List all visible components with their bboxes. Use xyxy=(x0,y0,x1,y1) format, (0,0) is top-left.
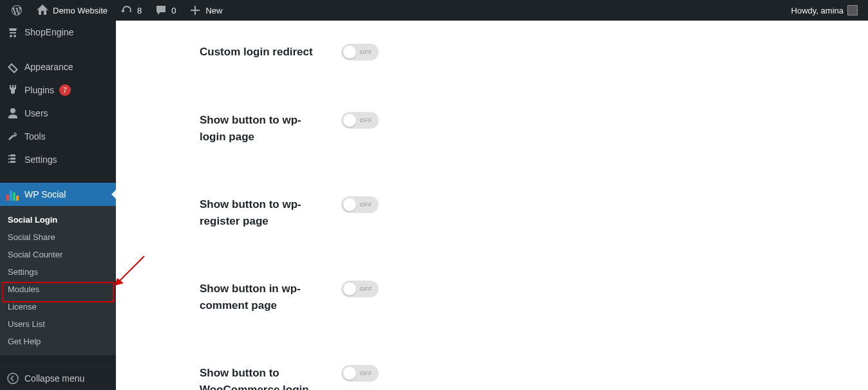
submenu-item-license[interactable]: License xyxy=(0,298,116,315)
toggle-show-wp-register[interactable]: OFF xyxy=(341,196,379,213)
toggle-knob xyxy=(343,283,356,295)
refresh-icon xyxy=(120,4,133,17)
setting-label: Show button to wp-register page xyxy=(200,196,316,229)
avatar xyxy=(847,5,858,15)
toggle-state: OFF xyxy=(360,201,373,208)
site-name: Demo Website xyxy=(53,6,108,15)
plus-icon xyxy=(189,4,202,17)
sidebar-item-settings[interactable]: Settings xyxy=(0,148,116,171)
new-label: New xyxy=(205,6,222,15)
submenu-item-get-help[interactable]: Get Help xyxy=(0,333,116,350)
toggle-custom-login-redirect[interactable]: OFF xyxy=(341,44,379,60)
submenu-item-settings[interactable]: Settings xyxy=(0,263,116,281)
comments-count: 0 xyxy=(171,6,176,15)
toggle-state: OFF xyxy=(360,117,373,124)
toggle-knob xyxy=(343,114,356,127)
admin-sidebar: ShopEngine Appearance Plugins 7 Users To… xyxy=(0,21,116,390)
sidebar-item-appearance[interactable]: Appearance xyxy=(0,55,116,79)
plugins-icon xyxy=(6,84,19,97)
setting-custom-login-redirect: Custom login redirect OFF xyxy=(200,44,849,60)
toggle-state: OFF xyxy=(360,286,373,292)
sidebar-item-label: Settings xyxy=(24,154,57,165)
wordpress-icon xyxy=(10,4,23,17)
users-icon xyxy=(6,107,19,120)
collapse-label: Collapse menu xyxy=(24,373,84,384)
site-link[interactable]: Demo Website xyxy=(31,0,113,21)
wpsocial-icon xyxy=(6,188,19,201)
submenu-item-social-counter[interactable]: Social Counter xyxy=(0,246,116,263)
updates-link[interactable]: 8 xyxy=(115,0,147,21)
updates-count: 8 xyxy=(137,6,142,15)
submenu-item-social-share[interactable]: Social Share xyxy=(0,228,116,246)
tools-icon xyxy=(6,130,19,143)
submenu-item-modules[interactable]: Modules xyxy=(0,281,116,298)
wpsocial-submenu: Social Login Social Share Social Counter… xyxy=(0,206,116,355)
toggle-knob xyxy=(343,46,356,59)
toggle-knob xyxy=(343,367,356,380)
sidebar-item-plugins[interactable]: Plugins 7 xyxy=(0,79,116,102)
sidebar-item-label: Appearance xyxy=(24,62,73,72)
main-content: Custom login redirect OFF Show button to… xyxy=(116,21,868,390)
appearance-icon xyxy=(6,60,19,73)
shopengine-icon xyxy=(6,26,19,39)
toggle-show-wp-comment[interactable]: OFF xyxy=(341,281,379,297)
sidebar-item-label: Plugins xyxy=(24,85,54,95)
setting-label: Show button in wp-comment page xyxy=(200,281,316,313)
submenu-item-social-login[interactable]: Social Login xyxy=(0,211,116,228)
toggle-knob xyxy=(343,198,356,211)
toggle-show-woo-login[interactable]: OFF xyxy=(341,365,379,382)
account-link[interactable]: Howdy, amina xyxy=(786,0,863,21)
comments-link[interactable]: 0 xyxy=(149,0,181,21)
sidebar-item-wpsocial[interactable]: WP Social xyxy=(0,183,116,206)
setting-show-woo-login: Show button to WooCommerce login page OF… xyxy=(200,365,849,390)
new-content-link[interactable]: New xyxy=(184,0,227,21)
settings-icon xyxy=(6,153,19,166)
plugins-badge: 7 xyxy=(59,84,71,96)
sidebar-item-shopengine[interactable]: ShopEngine xyxy=(0,21,116,44)
wordpress-logo[interactable] xyxy=(5,0,28,21)
svg-point-0 xyxy=(8,373,18,384)
setting-label: Custom login redirect xyxy=(200,44,316,60)
comment-icon xyxy=(155,4,167,17)
setting-label: Show button to wp-login page xyxy=(200,112,316,145)
sidebar-item-label: Users xyxy=(24,108,48,118)
home-icon xyxy=(36,4,49,17)
toggle-show-wp-login[interactable]: OFF xyxy=(341,112,379,129)
sidebar-item-label: Tools xyxy=(24,131,46,142)
sidebar-item-label: WP Social xyxy=(24,189,66,200)
sidebar-item-tools[interactable]: Tools xyxy=(0,125,116,148)
collapse-menu[interactable]: Collapse menu xyxy=(0,366,116,390)
toggle-state: OFF xyxy=(360,370,373,376)
setting-show-wp-register: Show button to wp-register page OFF xyxy=(200,196,849,229)
toggle-state: OFF xyxy=(360,49,373,55)
submenu-item-users-list[interactable]: Users List xyxy=(0,315,116,333)
setting-show-wp-comment: Show button in wp-comment page OFF xyxy=(200,281,849,313)
setting-show-wp-login: Show button to wp-login page OFF xyxy=(200,112,849,145)
admin-toolbar-left: Demo Website 8 0 New xyxy=(5,0,228,21)
sidebar-item-label: ShopEngine xyxy=(24,27,73,37)
admin-toolbar: Demo Website 8 0 New Howdy, amina xyxy=(0,0,868,21)
collapse-icon xyxy=(6,372,19,385)
sidebar-item-users[interactable]: Users xyxy=(0,102,116,125)
howdy-text: Howdy, amina xyxy=(791,6,844,15)
admin-toolbar-right: Howdy, amina xyxy=(786,0,863,21)
setting-label: Show button to WooCommerce login page xyxy=(200,365,316,390)
